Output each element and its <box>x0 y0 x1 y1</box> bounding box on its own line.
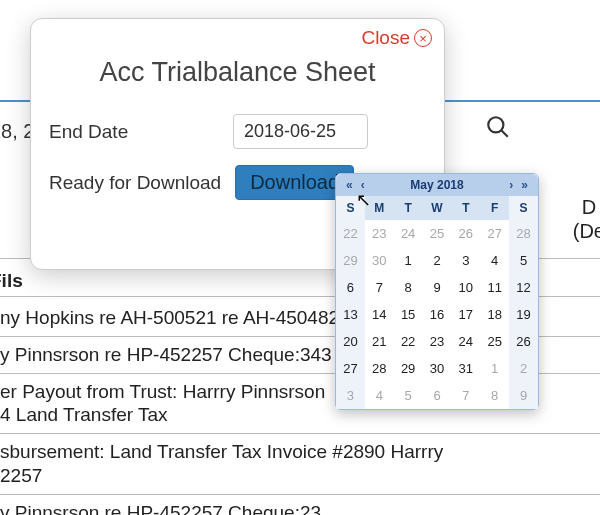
modal-title: Acc Trialbalance Sheet <box>49 57 426 88</box>
datepicker-prev-year[interactable]: « <box>342 178 357 192</box>
datepicker-dow: T <box>451 196 480 220</box>
datepicker-dow: T <box>394 196 423 220</box>
datepicker-day[interactable]: 22 <box>394 328 423 355</box>
column-header-d: D (De <box>573 195 600 243</box>
datepicker-day[interactable]: 12 <box>509 274 538 301</box>
datepicker-day[interactable]: 3 <box>451 247 480 274</box>
datepicker-day[interactable]: 17 <box>451 301 480 328</box>
datepicker-day[interactable]: 3 <box>336 382 365 409</box>
column-header-fils: Fils <box>0 270 23 292</box>
datepicker-day[interactable]: 9 <box>423 274 452 301</box>
datepicker-day[interactable]: 13 <box>336 301 365 328</box>
datepicker-day[interactable]: 24 <box>451 328 480 355</box>
datepicker-day[interactable]: 25 <box>423 220 452 247</box>
datepicker-day[interactable]: 28 <box>365 355 394 382</box>
end-date-label: End Date <box>49 121 219 143</box>
column-header-d-line1: D <box>573 195 600 219</box>
datepicker-day[interactable]: 22 <box>336 220 365 247</box>
datepicker-day[interactable]: 6 <box>423 382 452 409</box>
datepicker-day[interactable]: 28 <box>509 220 538 247</box>
datepicker-day[interactable]: 18 <box>480 301 509 328</box>
datepicker-day[interactable]: 24 <box>394 220 423 247</box>
datepicker-day[interactable]: 4 <box>365 382 394 409</box>
datepicker-dow: S <box>509 196 538 220</box>
datepicker-popup: « ‹ May 2018 › » SMTWTFS 222324252627282… <box>335 173 539 410</box>
datepicker-day[interactable]: 7 <box>365 274 394 301</box>
datepicker-day[interactable]: 6 <box>336 274 365 301</box>
search-icon[interactable] <box>481 110 515 144</box>
datepicker-day[interactable]: 16 <box>423 301 452 328</box>
datepicker-dow-row: SMTWTFS <box>336 196 538 220</box>
datepicker-day[interactable]: 8 <box>394 274 423 301</box>
datepicker-prev-month[interactable]: ‹ <box>357 178 369 192</box>
datepicker-day[interactable]: 2 <box>509 355 538 382</box>
datepicker-dow: S <box>336 196 365 220</box>
datepicker-day[interactable]: 14 <box>365 301 394 328</box>
column-header-d-line2: (De <box>573 219 600 243</box>
datepicker-day[interactable]: 5 <box>394 382 423 409</box>
datepicker-day[interactable]: 23 <box>423 328 452 355</box>
datepicker-day[interactable]: 23 <box>365 220 394 247</box>
datepicker-day[interactable]: 30 <box>365 247 394 274</box>
close-icon: × <box>414 29 432 47</box>
end-date-input[interactable] <box>233 114 368 149</box>
datepicker-day[interactable]: 21 <box>365 328 394 355</box>
datepicker-month-label[interactable]: May 2018 <box>369 178 506 192</box>
datepicker-day[interactable]: 8 <box>480 382 509 409</box>
datepicker-day[interactable]: 19 <box>509 301 538 328</box>
datepicker-next-month[interactable]: › <box>505 178 517 192</box>
close-label: Close <box>361 27 410 49</box>
end-date-row: End Date <box>49 114 426 149</box>
datepicker-day[interactable]: 2 <box>423 247 452 274</box>
datepicker-day[interactable]: 29 <box>336 247 365 274</box>
datepicker-day[interactable]: 30 <box>423 355 452 382</box>
datepicker-day[interactable]: 9 <box>509 382 538 409</box>
datepicker-day[interactable]: 26 <box>509 328 538 355</box>
datepicker-day[interactable]: 27 <box>336 355 365 382</box>
datepicker-day[interactable]: 26 <box>451 220 480 247</box>
datepicker-day[interactable]: 7 <box>451 382 480 409</box>
table-row[interactable]: sbursement: Land Transfer Tax Invoice #2… <box>0 434 600 495</box>
close-button[interactable]: Close × <box>361 27 432 49</box>
datepicker-day[interactable]: 10 <box>451 274 480 301</box>
datepicker-day[interactable]: 27 <box>480 220 509 247</box>
datepicker-day[interactable]: 1 <box>480 355 509 382</box>
datepicker-day[interactable]: 25 <box>480 328 509 355</box>
ready-label: Ready for Download <box>49 172 221 194</box>
datepicker-day[interactable]: 15 <box>394 301 423 328</box>
datepicker-day[interactable]: 11 <box>480 274 509 301</box>
datepicker-day[interactable]: 5 <box>509 247 538 274</box>
datepicker-day-grid: 2223242526272829301234567891011121314151… <box>336 220 538 409</box>
datepicker-header: « ‹ May 2018 › » <box>336 174 538 196</box>
table-row[interactable]: y Pinnsrson re HP-452257 Cheque:23 <box>0 495 600 516</box>
datepicker-dow: W <box>423 196 452 220</box>
datepicker-day[interactable]: 29 <box>394 355 423 382</box>
datepicker-day[interactable]: 31 <box>451 355 480 382</box>
datepicker-dow: M <box>365 196 394 220</box>
svg-point-0 <box>488 117 503 132</box>
datepicker-day[interactable]: 20 <box>336 328 365 355</box>
datepicker-day[interactable]: 4 <box>480 247 509 274</box>
datepicker-day[interactable]: 1 <box>394 247 423 274</box>
svg-line-1 <box>501 130 508 137</box>
datepicker-dow: F <box>480 196 509 220</box>
datepicker-next-year[interactable]: » <box>517 178 532 192</box>
